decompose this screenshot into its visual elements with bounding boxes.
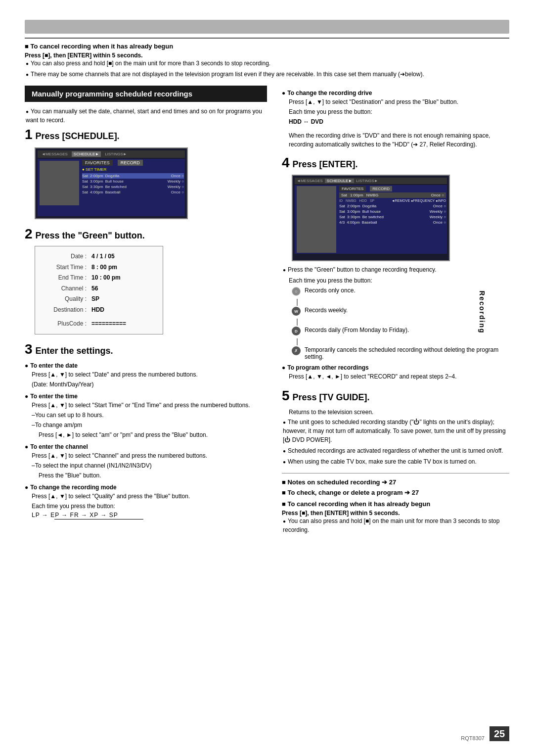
form-pluscode-label: PlusCode :	[42, 319, 87, 330]
step5-title: Press [TV GUIDE].	[293, 392, 370, 403]
freq-item-once: ○ Records only once.	[292, 287, 509, 296]
tv1-tab-record: RECORD	[118, 160, 143, 166]
step3-mode-line1: Press [▲, ▼] to select "Quality" and pre…	[25, 492, 267, 501]
step1-number: 1	[25, 127, 33, 142]
tv2-row-1: Sat2:00pmDogzillaOnce ○	[339, 203, 446, 209]
step3-sub-time: To enter the time	[25, 393, 267, 400]
step3-title: Enter the settings.	[36, 346, 113, 356]
form-row-start: Start Time : 8 : 00 pm	[42, 262, 156, 273]
top-cancel-heading: To cancel recording when it has already …	[25, 43, 509, 50]
step3-header: 3 Enter the settings.	[25, 341, 267, 358]
change-drive-note: When the recording drive is "DVD" and th…	[282, 131, 509, 149]
left-column: Manually programming scheduled recording…	[25, 86, 267, 536]
step1-title: Press [SCHEDULE].	[36, 131, 120, 142]
step3-time-line3: –To change am/pm	[25, 421, 267, 429]
tv2-row-3: Sat3:30pmBe switchedWeekly ○	[339, 214, 446, 220]
step3-sub-channel: To enter the channel	[25, 443, 267, 450]
step3-channel-line2: –To select the input channel (IN1/IN2/IN…	[25, 461, 267, 470]
step3-date-line2: (Date: Month/Day/Year)	[25, 380, 267, 389]
freq-items: ○ Records only once. W Records weekly. D…	[292, 287, 509, 360]
freq-item-weekly: W Records weekly.	[292, 307, 509, 316]
tv2-info-bar: IDNWBGHDDSP ◄REMOVE ●FREQUENCY ●INFO	[339, 199, 446, 202]
tv1-row-1: Sat2:00pmDogzillaOnce ○	[82, 173, 184, 179]
tv2-tab-listings: LISTINGS►	[356, 179, 378, 183]
page: To cancel recording when it has already …	[0, 0, 534, 756]
tv2-highlight-row: Sat1:00pmNWBGOnce ○	[339, 192, 446, 198]
freq-arrow-down	[297, 299, 509, 306]
main-section-intro: You can manually set the date, channel, …	[25, 107, 267, 125]
top-cancel-bullet-2: There may be some channels that are not …	[25, 70, 509, 79]
tv-screen-1-tabs: ◄MESSAGES SCHEDULE► LISTINGS►	[38, 150, 185, 158]
tv2-tab-schedule: SCHEDULE►	[325, 179, 354, 183]
form-end-value: 10 : 00 pm	[91, 273, 121, 284]
form-start-label: Start Time :	[42, 262, 87, 273]
step2-number: 2	[25, 226, 33, 242]
main-content: Manually programming scheduled recording…	[25, 86, 509, 536]
notes-section: Notes on scheduled recording ➔ 27 To che…	[282, 478, 509, 534]
form-row-end: End Time : 10 : 00 pm	[42, 273, 156, 284]
step4-header: 4 Press [ENTER].	[282, 155, 509, 172]
form-pluscode-value: ==========	[91, 319, 126, 330]
change-drive-line1: Press [▲, ▼] to select "Destination" and…	[282, 97, 509, 106]
freq-item-daily: D Records daily (From Monday to Friday).	[292, 327, 509, 335]
step3-block: 3 Enter the settings. To enter the date …	[25, 341, 267, 520]
form-row-pluscode: PlusCode : ==========	[42, 319, 156, 330]
tv-tab-messages: ◄MESSAGES	[40, 151, 70, 157]
step4-number: 4	[282, 155, 290, 171]
right-cancel-bold: Press [■], then [ENTER] within 5 seconds…	[282, 510, 509, 517]
form-date-value: 4 / 1 / 05	[91, 251, 115, 262]
rqt-code: RQT8307	[461, 735, 485, 741]
step3-arrow-seq: LP → EP → FR → XP → SP	[32, 512, 267, 519]
step1-block: 1 Press [SCHEDULE]. ◄MESSAGES SCHEDULE► …	[25, 127, 267, 219]
form-row-destination: Destination : HDD	[42, 305, 156, 316]
form-channel-value: 56	[91, 284, 98, 294]
step3-channel-line1: Press [▲, ▼] to select "Channel" and pre…	[25, 451, 267, 460]
freq-arrow-down3	[297, 338, 509, 345]
form-row-channel: Channel : 56	[42, 284, 156, 294]
tv-tab-listings: LISTINGS►	[103, 151, 129, 157]
step2-block: 2 Press the "Green" button. Date : 4 / 1…	[25, 226, 267, 334]
tv2-tab-favorites: FAVORITES	[339, 186, 366, 191]
top-banner	[25, 20, 509, 34]
step5-block: 5 Press [TV GUIDE]. Returns to the telev…	[282, 388, 509, 466]
step2-header: 2 Press the "Green" button.	[25, 226, 267, 243]
right-column: To change the recording drive Press [▲, …	[282, 86, 509, 536]
form-dest-label: Destination :	[42, 305, 87, 316]
step3-time-line1: Press [▲, ▼] to select "Start Time" or "…	[25, 401, 267, 410]
step5-bullet-3: When using the cable TV box, make sure t…	[282, 457, 509, 466]
freq-icon-once: ○	[292, 287, 301, 296]
step4-title: Press [ENTER].	[293, 159, 358, 170]
tv2-tab-bar: ◄MESSAGES SCHEDULE► LISTINGS►	[295, 178, 447, 184]
step5-bullet-1: The unit goes to scheduled recording sta…	[282, 418, 509, 444]
top-cancel-bullet-1: You can also press and hold [■] on the m…	[25, 59, 509, 68]
tv-screen-2: ◄MESSAGES SCHEDULE► LISTINGS► FAVORITES …	[292, 175, 450, 261]
divider-1	[282, 473, 509, 473]
freq-icon-cancel: ✗	[292, 346, 301, 355]
tv-tab-schedule: SCHEDULE►	[72, 151, 101, 157]
tv2-row-4: 4/34:00pmBaseballOnce ○	[339, 220, 446, 225]
tv1-row-4: Sat4:00pmBaseballOnce ○	[82, 189, 184, 195]
form-dest-value: HDD	[91, 305, 104, 316]
step3-date-line1: Press [▲, ▼] to select "Date" and press …	[25, 370, 267, 379]
right-cancel-bullet: You can also press and hold [■] on the m…	[282, 517, 509, 534]
freq-arrow-down2	[297, 319, 509, 326]
step3-time-line2: –You can set up to 8 hours.	[25, 411, 267, 420]
form-quality-label: Quality :	[42, 294, 87, 305]
step2-title: Press the "Green" button.	[36, 231, 145, 241]
notes-heading-1: Notes on scheduled recording ➔ 27	[282, 478, 509, 486]
freq-text-weekly: Records weekly.	[305, 307, 348, 314]
step3-sub-mode: To change the recording mode	[25, 484, 267, 491]
form-row-quality: Quality : SP	[42, 294, 156, 305]
main-section-heading: Manually programming scheduled recording…	[25, 86, 267, 102]
top-cancel-section: To cancel recording when it has already …	[25, 38, 509, 79]
tv1-tab-favorites: FAVORITES	[82, 160, 113, 166]
step4-sub-other: To program other recordings	[282, 364, 509, 371]
step4-bullet-1: Press the "Green" button to change recor…	[282, 265, 509, 274]
tv2-tab-record: RECORD	[370, 186, 392, 191]
step4-freq-intro: Each time you press the button:	[282, 276, 509, 285]
step3-sub-date: To enter the date	[25, 362, 267, 369]
step3-number: 3	[25, 341, 33, 357]
step5-returns: Returns to the television screen.	[282, 408, 509, 417]
freq-icon-daily: D	[292, 327, 301, 335]
recording-label: Recording	[478, 290, 486, 333]
